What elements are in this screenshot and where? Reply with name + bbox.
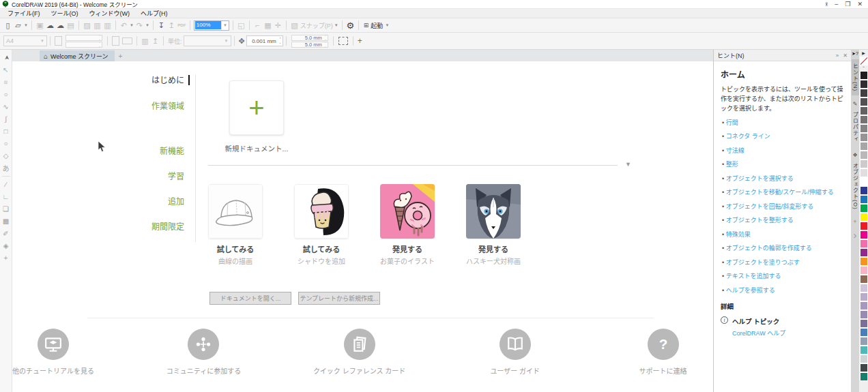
page-width-spinner[interactable]: ⌃⌄ [66, 35, 102, 41]
duplicate-icon[interactable]: ▥ [102, 20, 113, 31]
zoom-tool-icon[interactable]: ○ [1, 89, 12, 100]
color-swatch[interactable] [860, 328, 868, 337]
hint-link-connector-lines[interactable]: コネクタ ライン [722, 132, 844, 140]
page-height-spinner[interactable]: ⌃⌄ [66, 42, 102, 48]
all-pages-icon[interactable]: ▥ [140, 35, 150, 47]
color-swatch[interactable] [860, 363, 868, 372]
import-icon[interactable]: ↧ [156, 20, 167, 31]
redo-caret-icon[interactable]: ▼ [145, 20, 150, 31]
color-swatch[interactable] [860, 177, 868, 186]
hint-link-move-scale-objects[interactable]: オブジェクトを移動/スケール/伸縮する [722, 187, 844, 196]
duplicate-x-spinner[interactable]: 5.0 mm⌃⌄ [291, 35, 328, 41]
nav-addons[interactable]: 追加 [121, 195, 184, 207]
footer-user-guide[interactable]: ユーザー ガイド [476, 329, 553, 376]
docker-tab-hints[interactable]: ヒント(N) [852, 59, 859, 95]
color-swatch[interactable] [860, 310, 868, 319]
color-swatch[interactable] [860, 97, 868, 106]
rectangle-tool-icon[interactable]: □ [1, 125, 12, 137]
options-gear-icon[interactable]: ⚙ [345, 20, 356, 31]
color-swatch[interactable] [860, 204, 868, 213]
color-swatch[interactable] [860, 301, 868, 310]
close-button[interactable]: ✕ [857, 1, 863, 7]
new-document-card[interactable]: + 新規ドキュメント... [217, 80, 296, 153]
sample-card-shadow[interactable]: 試してみる シャドウを追加 [294, 184, 349, 266]
open-icon[interactable]: ▱ [13, 20, 23, 31]
hint-link-browse-help[interactable]: ヘルプを参照する [722, 286, 844, 295]
whats-this-cursor-icon[interactable]: ➤? [852, 51, 858, 57]
cap-thumbnail[interactable] [208, 184, 263, 239]
color-swatch[interactable] [860, 106, 868, 115]
new-document-thumbnail[interactable]: + [229, 80, 284, 135]
zoom-level-combobox[interactable]: 100% ▼ [194, 20, 229, 31]
menu-tools[interactable]: ツール(O) [46, 8, 83, 18]
cloud-upload-icon[interactable]: ☁ [45, 20, 55, 31]
color-swatch[interactable] [860, 151, 868, 160]
hint-link-shaping[interactable]: 整形 [722, 160, 844, 168]
hint-link-add-text[interactable]: テキストを追加する [722, 271, 844, 280]
hint-link-dimension-lines[interactable]: 寸法線 [722, 146, 844, 155]
expand-chevron-icon[interactable]: › [854, 229, 857, 241]
new-document-icon[interactable]: ▯ [3, 20, 13, 31]
color-swatch[interactable] [860, 319, 868, 328]
color-swatch[interactable] [860, 239, 868, 248]
rulers-icon[interactable]: ⌐ [252, 20, 263, 31]
publish-pdf-icon[interactable]: PDF [177, 20, 187, 31]
hint-link-lines[interactable]: 行間 [722, 118, 844, 127]
color-swatch[interactable] [860, 248, 868, 257]
fullscreen-preview-icon[interactable]: ◱ [236, 20, 246, 31]
new-from-template-button[interactable]: テンプレートから新規作成... [298, 292, 380, 305]
export-icon[interactable]: ↥ [167, 20, 177, 31]
minimize-button[interactable]: – [835, 1, 838, 7]
page-size-combobox[interactable]: A4 ▼ [3, 35, 47, 46]
print-icon[interactable]: ▤ [66, 20, 76, 31]
hint-link-select-objects[interactable]: オブジェクトを選択する [722, 174, 844, 183]
nav-workspace[interactable]: 作業領域 [121, 100, 184, 111]
color-swatch[interactable] [860, 213, 868, 222]
color-swatch[interactable] [860, 346, 868, 355]
sample-card-curves[interactable]: 試してみる 曲線の描画 [208, 184, 263, 266]
menu-help[interactable]: ヘルプ(H) [136, 8, 173, 18]
footer-tutorials[interactable]: 他のチュートリアルを見る [12, 329, 94, 376]
grid-icon[interactable]: ▦ [263, 20, 273, 31]
color-swatch[interactable] [860, 292, 868, 301]
new-tab-button[interactable]: + [115, 50, 126, 61]
zoom-caret-icon[interactable]: ▼ [221, 21, 229, 30]
no-color-swatch[interactable] [860, 57, 868, 65]
color-swatch[interactable] [860, 195, 868, 204]
toolbox-customize-icon[interactable]: + [1, 252, 12, 264]
nudge-distance-spinner[interactable]: 0.001 mm ⌃⌄ [246, 35, 283, 46]
snap-dropdown[interactable]: スナップ(P) [300, 20, 334, 31]
nav-learning[interactable]: 学習 [121, 170, 184, 181]
restore-button[interactable]: ❐ [845, 1, 850, 7]
freehand-tool-icon[interactable]: ∿ [1, 101, 12, 112]
color-swatch[interactable] [860, 115, 868, 124]
husky-thumbnail[interactable] [466, 184, 521, 239]
text-tool-icon[interactable]: あ [1, 162, 12, 174]
sweets-thumbnail[interactable] [380, 184, 435, 239]
color-swatch[interactable] [860, 124, 868, 133]
hint-link-special-effects[interactable]: 特殊効果 [722, 230, 844, 239]
section-collapse-icon[interactable]: ▼ [625, 161, 631, 168]
smart-fill-tool-icon[interactable]: ◈ [1, 240, 12, 252]
footer-reference-cards[interactable]: クイック レファレンス カード [313, 329, 405, 376]
color-swatch[interactable] [860, 337, 868, 346]
propbar-customize-button[interactable]: + [358, 36, 362, 46]
polygon-tool-icon[interactable]: ◇ [1, 150, 12, 162]
redo-icon[interactable]: ↷ [134, 20, 145, 31]
preview-mode-icon[interactable]: ▧ [289, 20, 300, 31]
footer-support[interactable]: ? サポートに連絡 [624, 329, 701, 376]
snap-caret-icon[interactable]: ▼ [334, 20, 339, 31]
guidelines-icon[interactable]: ✛ [273, 20, 283, 31]
color-swatch[interactable] [860, 222, 868, 230]
copy-icon[interactable]: ▥ [92, 20, 102, 31]
color-swatch[interactable] [860, 284, 868, 292]
coreldraw-help-link[interactable]: CorelDRAW ヘルプ [732, 329, 785, 337]
dimension-tool-icon[interactable]: ∕ [1, 179, 12, 190]
palette-scroll-up-icon[interactable]: ⌃ [862, 65, 865, 71]
save-icon[interactable]: ▣ [35, 20, 45, 31]
cloud-download-icon[interactable]: ☁ [55, 20, 66, 31]
color-swatch[interactable] [860, 257, 868, 266]
nav-whats-new[interactable]: 新機能 [121, 145, 184, 156]
hint-link-shape-objects[interactable]: オブジェクトを整形する [722, 215, 844, 224]
color-swatch[interactable] [860, 71, 868, 80]
